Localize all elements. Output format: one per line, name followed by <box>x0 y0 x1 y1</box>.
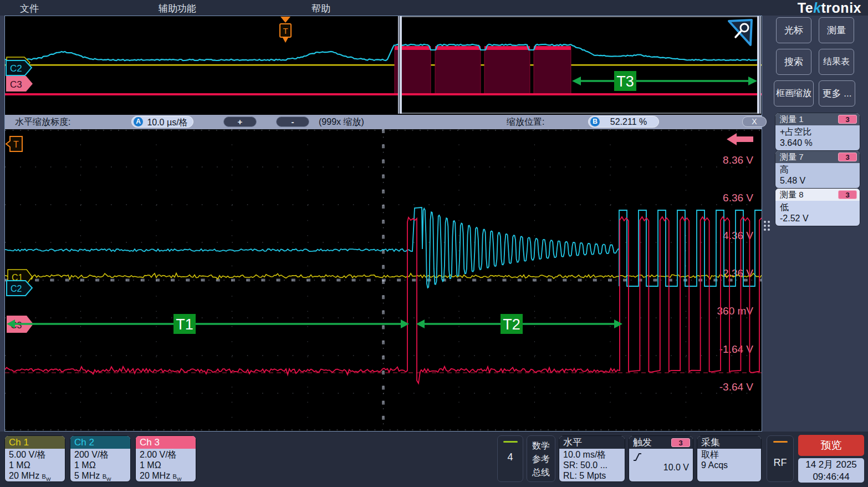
tektronix-logo: Tektronix <box>798 0 861 16</box>
zoom-scale-label: 水平缩放标度: <box>15 116 70 128</box>
rf-badge[interactable]: RF <box>767 435 794 482</box>
measurement-source-badge: 3 <box>838 153 857 161</box>
ch1-bandwidth: 20 MHz BW <box>9 470 61 482</box>
bottom-settings-bar: Ch 1 5.00 V/格 1 MΩ 20 MHz BW Ch 2 200 V/… <box>0 432 868 487</box>
menu-utility[interactable]: 辅助功能 <box>159 2 196 15</box>
horizontal-sample-rate: SR: 50.0 ... <box>563 460 621 470</box>
t3-label: T3 <box>616 73 634 90</box>
menu-file[interactable]: 文件 <box>20 2 39 15</box>
time: 09:46:44 <box>798 471 864 483</box>
zoom-window-left-handle[interactable] <box>398 16 402 114</box>
svg-text:-1.64 V: -1.64 V <box>719 343 754 355</box>
horizontal-scale: 10.0 ms/格 <box>563 449 621 460</box>
ch3-badge[interactable]: Ch 3 2.00 V/格 1 MΩ 20 MHz BW <box>135 435 196 482</box>
measurement-name: 高 <box>780 164 855 175</box>
ch2-scale: 200 V/格 <box>74 449 126 460</box>
zoom-scale-control[interactable]: A 10.0 µs/格 <box>131 116 193 128</box>
measurement-name: 低 <box>780 202 855 213</box>
ch3-scale: 2.00 V/格 <box>140 449 192 460</box>
acquisition-count: 9 Acqs <box>701 460 757 470</box>
zoom-factor-readout: (999x 缩放) <box>319 116 364 128</box>
measurement-badge-7[interactable]: 测量 7 3 高 5.48 V <box>775 150 860 189</box>
t2-label: T2 <box>503 316 520 333</box>
knob-a-icon: A <box>134 117 143 126</box>
main-graticule: 8.36 V 6.36 V 4.36 V 2.36 V 360 mV -1.64… <box>5 129 762 431</box>
date: 14 2月 2025 <box>798 459 864 471</box>
oscilloscope-screen: 文件 辅助功能 帮助 Tektronix <box>0 0 868 487</box>
waveform-overview: C2 C3 T T3 <box>5 16 762 115</box>
draw-a-box-button[interactable]: 框画缩放 <box>774 80 814 106</box>
zoom-window-right-handle[interactable] <box>757 16 761 114</box>
menu-help[interactable]: 帮助 <box>312 2 330 15</box>
measure-button[interactable]: 测量 <box>819 17 854 43</box>
svg-text:C2: C2 <box>11 284 22 293</box>
acquisition-badge[interactable]: 采集 取样 9 Acqs <box>697 435 762 482</box>
more-button[interactable]: 更多 ... <box>819 80 855 106</box>
cursors-button[interactable]: 光标 <box>776 17 811 43</box>
horizontal-record-length: RL: 5 Mpts <box>563 470 621 481</box>
datetime-display: 14 2月 2025 09:46:44 <box>798 458 864 483</box>
ch4-color-bar <box>503 441 518 443</box>
zoom-out-button[interactable]: - <box>276 116 309 127</box>
t1-label: T1 <box>176 316 193 333</box>
measurement-source-badge: 3 <box>838 115 857 124</box>
results-drawer-handle[interactable] <box>764 221 769 231</box>
ch1-impedance: 1 MΩ <box>9 460 61 470</box>
measurement-value: 5.48 V <box>780 175 855 186</box>
menu-bar: 文件 辅助功能 帮助 Tektronix <box>0 0 868 16</box>
svg-text:6.36 V: 6.36 V <box>723 192 753 204</box>
trigger-source-badge: 3 <box>671 438 690 447</box>
svg-text:C2: C2 <box>10 63 22 74</box>
svg-text:360 mV: 360 mV <box>717 305 754 317</box>
ch3-impedance: 1 MΩ <box>140 460 192 470</box>
zoom-control-bar: 水平缩放标度: A 10.0 µs/格 + - (999x 缩放) 缩放位置: … <box>5 115 762 129</box>
math-ref-bus-button[interactable]: 数学 参考 总线 <box>527 435 555 482</box>
search-button[interactable]: 搜索 <box>776 49 811 75</box>
measurement-value: -2.52 V <box>780 213 855 224</box>
zoom-close-button[interactable]: X <box>742 116 767 127</box>
zoom-in-button[interactable]: + <box>223 116 257 127</box>
svg-text:T: T <box>283 26 288 35</box>
rising-edge-icon <box>633 452 642 462</box>
svg-text:8.36 V: 8.36 V <box>723 154 753 166</box>
svg-text:4.36 V: 4.36 V <box>723 230 753 241</box>
measurement-name: +占空比 <box>780 126 855 138</box>
zoom-position-label: 缩放位置: <box>507 116 544 128</box>
svg-text:C3: C3 <box>10 79 22 90</box>
ch3-bandwidth: 20 MHz BW <box>140 470 192 482</box>
ch2-badge[interactable]: Ch 2 200 V/格 1 MΩ 5 MHz BW <box>70 435 131 482</box>
overview-ch1-trace <box>5 64 762 66</box>
sidebar: 光标 测量 搜索 结果表 框画缩放 更多 ... 测量 1 3 +占空比 3.6… <box>770 16 868 432</box>
measurement-badge-8[interactable]: 测量 8 3 低 -2.52 V <box>775 188 860 226</box>
ch1-badge[interactable]: Ch 1 5.00 V/格 1 MΩ 20 MHz BW <box>4 435 65 482</box>
knob-b-icon: B <box>590 117 600 126</box>
zoom-scale-value: 10.0 µs/格 <box>146 117 188 129</box>
horizontal-badge[interactable]: 水平 10.0 ms/格 SR: 50.0 ... RL: 5 Mpts <box>559 435 625 482</box>
measurement-source-badge: 3 <box>838 190 857 199</box>
svg-text:-3.64 V: -3.64 V <box>719 381 754 393</box>
zoom-position-control[interactable]: B 52.211 % <box>588 116 659 128</box>
trigger-level: 10.0 V <box>663 462 689 473</box>
results-table-button[interactable]: 结果表 <box>819 49 854 75</box>
overview-ch3-trace <box>5 93 762 95</box>
acquisition-mode: 取样 <box>701 449 757 460</box>
zoom-position-value: 52.211 % <box>603 117 654 127</box>
measurement-value: 3.640 % <box>780 138 855 149</box>
measurement-badge-1[interactable]: 测量 1 3 +占空比 3.640 % <box>775 113 860 151</box>
rf-color-bar <box>773 441 788 443</box>
display-area: C2 C3 T T3 <box>4 16 762 432</box>
ch2-impedance: 1 MΩ <box>74 460 126 470</box>
ch1-scale: 5.00 V/格 <box>9 449 61 460</box>
ch2-bandwidth: 5 MHz BW <box>74 470 126 482</box>
preview-status-button[interactable]: 预览 <box>798 435 864 456</box>
svg-text:T: T <box>13 140 19 149</box>
trigger-badge[interactable]: 触发 3 10.0 V <box>629 435 693 482</box>
ch4-badge[interactable]: 4 <box>497 435 523 482</box>
